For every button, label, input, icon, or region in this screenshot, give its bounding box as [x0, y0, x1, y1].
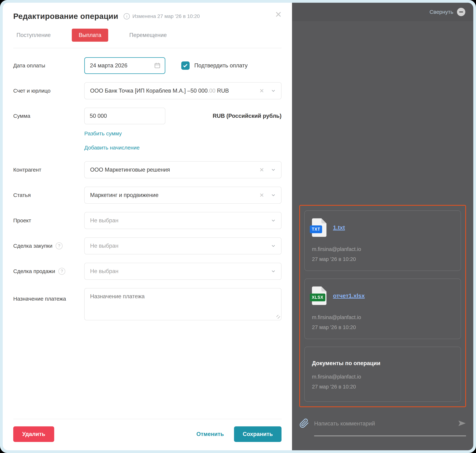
split-amount-link[interactable]: Разбить сумму	[84, 130, 122, 137]
attachment-author: m.firsina@planfact.io	[312, 314, 453, 320]
panel-body: TXT 1.txt m.firsina@planfact.io 27 мар '…	[292, 21, 473, 450]
purchase-deal-row: Сделка закупки ? Не выбран	[13, 237, 282, 255]
file-link-xlsx[interactable]: отчет1.xlsx	[333, 292, 365, 299]
close-icon[interactable]: ✕	[275, 10, 282, 19]
tab-income[interactable]: Поступление	[16, 29, 51, 42]
check-icon	[183, 63, 187, 67]
date-field-wrap	[84, 57, 165, 74]
project-label: Проект	[13, 217, 84, 224]
payment-date-row: Дата оплаты	[13, 57, 282, 74]
documents-card: Документы по операции m.firsina@planfact…	[304, 347, 461, 402]
txt-file-icon: TXT	[312, 218, 327, 237]
cancel-button[interactable]: Отменить	[197, 431, 224, 437]
counterparty-label: Контрагент	[13, 167, 84, 173]
xlsx-file-icon: XLSX	[312, 286, 327, 305]
modified-note-text: Изменена 27 мар '26 в 10:20	[132, 14, 200, 19]
modified-note: i Изменена 27 мар '26 в 10:20	[124, 13, 200, 19]
resize-handle[interactable]	[277, 315, 280, 319]
payment-date-input[interactable]	[84, 57, 165, 74]
purchase-deal-placeholder: Не выбран	[90, 243, 271, 249]
chevron-down-icon[interactable]	[271, 269, 276, 274]
screenshot-frame: Редактирование операции i Изменена 27 ма…	[0, 0, 476, 453]
chevron-down-icon[interactable]	[271, 167, 276, 172]
attachment-card-txt: TXT 1.txt m.firsina@planfact.io 27 мар '…	[304, 210, 461, 271]
chevron-down-icon[interactable]	[271, 88, 276, 93]
minus-circle-icon	[457, 8, 465, 16]
amount-field-wrap	[84, 108, 165, 124]
xlsx-badge: XLSX	[310, 294, 325, 301]
save-button[interactable]: Сохранить	[234, 426, 282, 442]
purpose-label: Назначение платежа	[13, 288, 84, 302]
counterparty-row: Контрагент ООО Маркетинговые решения ✕	[13, 161, 282, 178]
account-cents: .00	[208, 87, 215, 94]
attachment-date: 27 мар '26 в 10:20	[312, 384, 453, 390]
purchase-deal-label: Сделка закупки ?	[13, 242, 84, 249]
attach-file-button[interactable]	[299, 418, 309, 429]
comment-field	[314, 419, 466, 436]
comment-row	[299, 418, 466, 436]
file-link-txt[interactable]: 1.txt	[333, 224, 345, 231]
category-select[interactable]: Маркетинг и продвижение ✕	[84, 187, 282, 204]
clear-icon[interactable]: ✕	[259, 87, 264, 94]
payment-date-label: Дата оплаты	[13, 63, 84, 69]
sale-deal-placeholder: Не выбран	[90, 268, 271, 275]
delete-button[interactable]: Удалить	[13, 426, 54, 442]
amount-label: Сумма	[13, 113, 84, 119]
file-row: XLSX отчет1.xlsx	[312, 286, 453, 305]
spacer	[13, 329, 282, 419]
doc-fold	[321, 286, 327, 291]
chevron-down-icon[interactable]	[271, 218, 276, 223]
amount-input[interactable]	[84, 108, 165, 124]
purpose-textarea[interactable]	[84, 288, 282, 320]
checkbox-checked-icon	[181, 61, 190, 70]
collapse-panel-button[interactable]: Свернуть	[292, 3, 473, 21]
tab-transfer[interactable]: Перемещение	[129, 29, 167, 42]
attachment-date: 27 мар '26 в 10:20	[312, 256, 453, 262]
info-icon: i	[124, 13, 130, 19]
help-icon[interactable]: ?	[56, 242, 63, 249]
edit-operation-modal: Редактирование операции i Изменена 27 ма…	[3, 3, 292, 450]
project-select[interactable]: Не выбран	[84, 212, 282, 229]
add-accrual-link[interactable]: Добавить начисление	[84, 145, 140, 151]
confirm-payment-checkbox[interactable]: Подтвердить оплату	[181, 61, 248, 70]
project-row: Проект Не выбран	[13, 212, 282, 229]
purpose-row: Назначение платежа	[13, 288, 282, 320]
attachment-author: m.firsina@planfact.io	[312, 246, 453, 252]
counterparty-select[interactable]: ООО Маркетинговые решения ✕	[84, 161, 282, 178]
operation-form: Дата оплаты	[13, 57, 282, 329]
chevron-down-icon[interactable]	[271, 192, 276, 198]
purchase-deal-select[interactable]: Не выбран	[84, 237, 282, 255]
comment-input[interactable]	[314, 420, 458, 427]
attachment-highlight-group: TXT 1.txt m.firsina@planfact.io 27 мар '…	[299, 205, 466, 407]
send-icon	[458, 419, 466, 427]
sale-deal-row: Сделка продажи ? Не выбран	[13, 263, 282, 280]
chevron-down-icon[interactable]	[271, 243, 276, 249]
sale-deal-label-text: Сделка продажи	[13, 268, 55, 274]
operation-type-tabs: Поступление Выплата Перемещение	[13, 29, 282, 48]
attachment-author: m.firsina@planfact.io	[312, 374, 453, 380]
attachment-date: 27 мар '26 в 10:20	[312, 324, 453, 330]
clear-icon[interactable]: ✕	[259, 167, 264, 173]
paperclip-icon	[299, 418, 309, 428]
sale-deal-select[interactable]: Не выбран	[84, 263, 282, 280]
confirm-payment-label: Подтвердить оплату	[194, 62, 248, 69]
send-comment-button[interactable]	[458, 419, 466, 428]
modal-footer: Удалить Отменить Сохранить	[13, 419, 282, 442]
calendar-icon[interactable]	[154, 62, 161, 69]
clear-icon[interactable]: ✕	[259, 192, 264, 198]
collapse-label: Свернуть	[429, 9, 453, 15]
modal-header: Редактирование операции i Изменена 27 ма…	[13, 12, 282, 21]
minus-bar	[459, 11, 463, 13]
txt-badge: TXT	[310, 225, 322, 233]
account-row: Счет и юрлицо ООО Банк Точка [ИП Корабле…	[13, 82, 282, 99]
attachments-panel: Свернуть TXT 1.txt m.firsina@planfact.io	[292, 3, 473, 450]
account-select[interactable]: ООО Банк Точка [ИП Кораблев М.А.] –50 00…	[84, 82, 282, 99]
category-value: Маркетинг и продвижение	[90, 192, 259, 198]
help-icon[interactable]: ?	[58, 268, 65, 275]
purpose-field-wrap	[84, 288, 282, 320]
currency-note: RUB (Российский рубль)	[213, 113, 282, 119]
purchase-deal-label-text: Сделка закупки	[13, 243, 52, 249]
tab-payment[interactable]: Выплата	[72, 29, 108, 42]
account-value: ООО Банк Точка [ИП Кораблев М.А.] –50 00…	[90, 87, 259, 94]
documents-card-title: Документы по операции	[312, 360, 453, 367]
